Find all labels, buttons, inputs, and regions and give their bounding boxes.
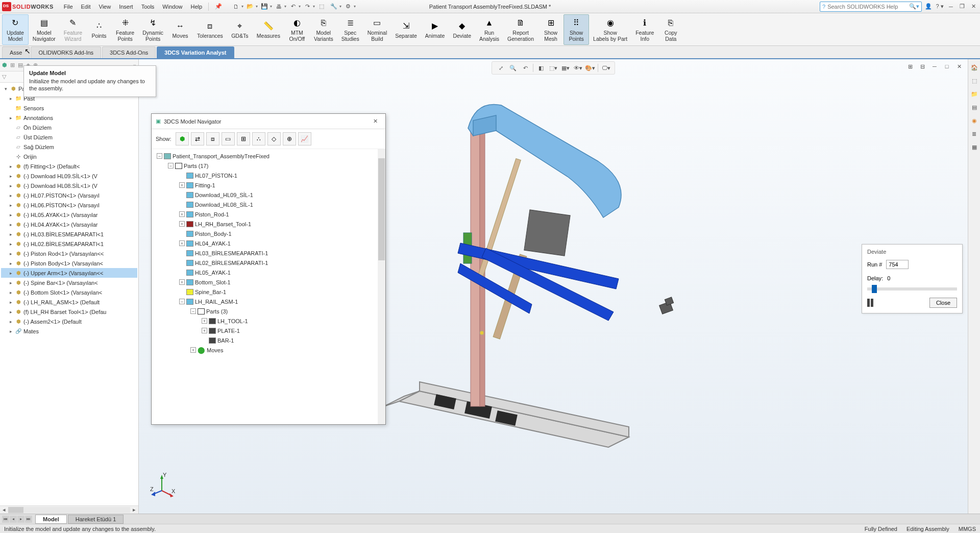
nav-tree-item[interactable]: +Piston_Rod-1 [153,209,384,219]
tree-item[interactable]: ▸⬢(-) HL03.BİRLESMEAPARATI<1 [1,229,137,239]
expand-icon[interactable]: ▸ [8,290,13,295]
save-icon[interactable]: 💾 [259,2,270,12]
deviate-panel[interactable]: Deviate Run # Delay: 0 Close [862,244,963,313]
ribbon-moves[interactable]: ↔Moves [167,14,193,45]
options-icon[interactable]: ⚙ [342,2,354,12]
nav-filter7-icon[interactable]: ◇ [267,132,281,146]
nav-tree-item[interactable]: −LH_RAIL_ASM-1 [153,297,384,306]
vp-close-icon[interactable]: ✕ [953,61,965,71]
ribbon-separate[interactable]: ⇲Separate [391,14,421,45]
tree-item[interactable]: ▸⬢(-) Piston Body<1> (Varsayılan< [1,258,137,268]
tree-item[interactable]: ▸⬢(-) HL02.BİRLESMEAPARATI<1 [1,239,137,249]
expand-icon[interactable]: ▸ [8,232,13,237]
tree-item[interactable]: ▸⬢(-) HL07.PİSTON<1> (Varsayıl [1,190,137,200]
search-box[interactable]: ? 🔍▾ [820,2,922,12]
nav-tree-item[interactable]: Download_HL08_SİL-1 [153,200,384,209]
ribbon-spec-studies[interactable]: ≣SpecStudies [337,14,363,45]
expand-icon[interactable]: ▸ [8,164,13,169]
help-dropdown-icon[interactable]: ? ▾ [935,2,944,11]
menu-file[interactable]: File [60,2,77,12]
nav-expand-icon[interactable]: − [168,163,174,168]
navigator-scrollbar[interactable] [378,149,385,424]
nav-tree-item[interactable]: HL03_BİRLESMEAPARATI-1 [153,248,384,258]
nav-tree-item[interactable]: −Parts (17) [153,161,384,171]
login-icon[interactable]: 👤 [924,2,933,11]
nav-filter5-icon[interactable]: ⊞ [237,132,250,146]
menu-edit[interactable]: Edit [77,2,95,12]
tree-item[interactable]: ▸⬢(-) Download HL08.SİL<1> (V [1,181,137,190]
print-icon[interactable]: 🖶 [273,2,284,12]
ribbon-gd-ts[interactable]: ⌖GD&Ts [227,14,253,45]
tree-item[interactable]: ▱Sağ Düzlem [1,142,137,152]
expand-icon[interactable]: ▸ [8,300,13,305]
nav-tree-item[interactable]: +Fitting-1 [153,180,384,190]
nav-tree-item[interactable]: −Parts (3) [153,306,384,316]
nav-filter9-icon[interactable]: 📈 [298,132,311,146]
bottom-tab-hareket-et-d-1[interactable]: Hareket Etüdü 1 [68,515,124,524]
expand-icon[interactable]: ▸ [8,280,13,285]
redo-icon[interactable]: ↷ [302,2,313,12]
ribbon-animate[interactable]: ▶Animate [421,14,449,45]
nav-tree-item[interactable]: +PLATE-1 [153,326,384,335]
tree-h-scrollbar[interactable]: ◂ ▸ [0,505,138,514]
ribbon-copy-data[interactable]: ⎘CopyData [658,14,683,45]
ribbon-mtm-on-off[interactable]: ◐MTMOn/Off [284,14,310,45]
tab-last-icon[interactable]: ⏭ [25,516,32,523]
property-tab-icon[interactable]: ▤ [18,62,23,68]
search-input[interactable] [827,4,909,10]
expand-icon[interactable]: ▸ [8,241,13,247]
expand-icon[interactable]: ▸ [8,271,13,276]
feature-tree[interactable]: ▾ ⬢ Patient Transport AssemblyTreeFi ▸📁P… [0,83,138,505]
navigator-tree[interactable]: −Patient_Transport_AssemblyTreeFixed−Par… [152,149,385,424]
undo-icon[interactable]: ↶ [287,2,299,12]
tree-item[interactable]: ▸📁Annotations [1,113,137,123]
minimize-icon[interactable]: ─ [946,2,955,11]
tab-next-icon[interactable]: ▸ [17,516,24,523]
nav-tree-item[interactable]: HL05_AYAK-1 [153,268,384,277]
navigator-scroll-thumb[interactable] [378,158,385,260]
ribbon-report-generation[interactable]: 🗎ReportGeneration [503,14,538,45]
expand-icon[interactable]: ▸ [8,96,13,101]
vp-maximize-icon[interactable]: □ [941,61,952,71]
tree-item[interactable]: ▸⬢(f) LH_RH Barset Tool<1> (Defau [1,307,137,317]
nav-expand-icon[interactable]: + [190,347,196,353]
menu-pin-icon[interactable]: 📌 [211,1,226,12]
nav-tree-item[interactable]: HL02_BİRLESMEAPARATI-1 [153,258,384,268]
scroll-left-icon[interactable]: ◂ [0,506,8,513]
nav-tree-item[interactable]: +LH_TOOL-1 [153,316,384,326]
tree-item[interactable]: ▸⬢(-) HL06.PİSTON<1> (Varsayıl [1,200,137,210]
ribbon-feature-info[interactable]: ℹFeatureInfo [631,14,658,45]
restore-icon[interactable]: ❐ [958,2,967,11]
nav-expand-icon[interactable]: − [179,299,185,304]
ribbon-model-variants[interactable]: ⎘ModelVariants [310,14,337,45]
ribbon-run-analysis[interactable]: ▲RunAnalysis [475,14,503,45]
nav-expand-icon[interactable]: + [179,240,185,246]
tab-3dcs-variation-analyst[interactable]: 3DCS Variation Analyst [157,46,234,58]
expand-icon[interactable]: ▸ [8,203,13,208]
navigator-close-icon[interactable]: ✕ [369,115,381,128]
nav-filter8-icon[interactable]: ⊕ [283,132,296,146]
nav-filter4-icon[interactable]: ▭ [222,132,235,146]
tab-prev-icon[interactable]: ◂ [10,516,17,523]
new-icon[interactable]: 🗋 [230,2,241,12]
nav-tree-item[interactable]: Spine_Bar-1 [153,287,384,297]
run-input[interactable] [886,260,909,269]
tree-item[interactable]: ▸⬢(-) Download HL09.SİL<1> (V [1,171,137,181]
nav-tree-item[interactable]: HL07_PİSTON-1 [153,171,384,180]
library-icon[interactable]: 📁 [969,89,979,99]
tree-item[interactable]: ▸⬢(-) Spine Bar<1> (Varsayılan< [1,278,137,287]
tree-item[interactable]: ▸⬢(-) Bottom Slot<1> (Varsayılan< [1,287,137,297]
nav-expand-icon[interactable]: + [202,318,207,324]
menu-window[interactable]: Window [158,2,186,12]
tree-item[interactable]: ⊹Orijin [1,152,137,161]
tab-first-icon[interactable]: ⏮ [2,516,9,523]
scroll-right-icon[interactable]: ▸ [130,506,138,513]
home-icon[interactable]: 🏠 [969,62,979,72]
pause-icon[interactable] [867,299,876,307]
ribbon-tolerances[interactable]: ⧈Tolerances [193,14,227,45]
expand-icon[interactable]: ▸ [8,115,13,120]
tree-item[interactable]: ▸⬢(-) LH_RAIL_ASM<1> (Default [1,297,137,307]
forum-icon[interactable]: ▦ [969,142,979,152]
ribbon-feature-points[interactable]: ⁜FeaturePoints [112,14,138,45]
vp-window2-icon[interactable]: ⊟ [917,61,928,71]
